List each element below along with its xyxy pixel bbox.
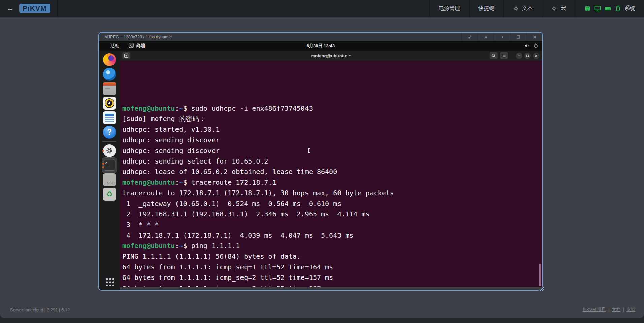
menu-text-label: 文本 [522, 5, 533, 12]
menu-text[interactable]: 文本 [503, 0, 542, 17]
ssd-disk-icon-art [103, 173, 116, 186]
terminal-line: traceroute to 172.18.7.1 (172.18.7.1), 3… [122, 188, 542, 198]
terminal-line: udhcpc: lease of 10.65.0.2 obtained, lea… [122, 167, 542, 177]
link-separator: | [623, 307, 624, 312]
focused-app-highlight [102, 157, 117, 173]
gnome-status-area[interactable] [524, 43, 538, 49]
new-tab-icon[interactable] [122, 52, 130, 59]
stream-window-header[interactable]: MJPEG – 1280x720 / 1 fps dynamic [99, 33, 542, 41]
back-arrow-icon[interactable]: ← [7, 4, 14, 12]
power-icon [533, 43, 538, 49]
terminal-tab-title: mofeng@ubuntu: ~ [311, 53, 351, 58]
libreoffice-writer-icon[interactable] [102, 111, 117, 124]
terminal-scrollbar[interactable] [539, 264, 541, 286]
terminal-output[interactable]: mofeng@ubuntu:~$ sudo udhcpc -i enx486f7… [120, 61, 542, 290]
terminal-icon-art [104, 160, 115, 171]
gnome-app-name: 终端 [136, 43, 145, 49]
terminal-header-buttons [490, 52, 539, 59]
pikvm-logo: PiKVM [19, 4, 50, 13]
keyboard-icon [604, 5, 611, 12]
dot-icon[interactable] [494, 33, 510, 41]
terminal-line: 3 * * * [122, 219, 542, 230]
kvm-video-screen[interactable]: 活动 终端 6月30日 13:43 mofeng@ubuntu: ~ [99, 41, 542, 290]
volume-icon [524, 43, 530, 49]
search-icon[interactable] [490, 52, 498, 59]
link-pikvm-project[interactable]: PiKVM 项目 [583, 307, 606, 312]
terminal-line: PING 1.1.1.1 (1.1.1.1) 56(84) bytes of d… [122, 251, 542, 262]
terminal-line: udhcpc: sending discover [122, 135, 542, 145]
nav-menu: 电源管理 快捷键 文本 宏 系统 [429, 0, 644, 17]
terminal-line: mofeng@ubuntu:~$ traceroute 172.18.7.1 [122, 177, 542, 188]
restore-icon[interactable] [524, 53, 531, 59]
menu-system[interactable]: 系统 [575, 0, 644, 17]
terminal-line: 64 bytes from 1.1.1.1: icmp_seq=1 ttl=52… [122, 262, 542, 272]
terminal-line: [sudo] mofeng 的密码： [122, 114, 542, 124]
disc-player-icon-art [103, 97, 116, 110]
menu-power-label: 电源管理 [439, 5, 460, 12]
menu-power[interactable]: 电源管理 [429, 0, 469, 17]
link-support[interactable]: 支持 [626, 307, 635, 312]
triangle-icon[interactable] [478, 33, 494, 41]
help-icon-art [103, 126, 116, 139]
terminal-line: udhcpc: started, v1.30.1 [122, 124, 542, 135]
thunderbird-icon[interactable] [102, 68, 117, 81]
expand-icon[interactable] [461, 33, 478, 41]
display-icon [594, 5, 601, 12]
footer-links: PiKVM 项目|文档|支持 [583, 306, 635, 313]
thunderbird-icon-art [103, 68, 116, 81]
link-docs[interactable]: 文档 [612, 307, 621, 312]
terminal-line: mofeng@ubuntu:~$ ping 1.1.1.1 [122, 241, 542, 251]
settings-icon[interactable] [102, 144, 117, 157]
top-navbar: ← PiKVM 电源管理 快捷键 文本 宏 系统 [0, 0, 644, 17]
ssd-disk-icon[interactable] [102, 173, 117, 186]
running-indicator-dot [102, 163, 104, 165]
server-info: Server: onecloud | 3.291 | 6.12 [10, 307, 70, 312]
firefox-icon[interactable] [102, 53, 117, 66]
minimize-icon[interactable] [516, 53, 522, 59]
terminal-line: mofeng@ubuntu:~$ sudo udhcpc -i enx486f7… [122, 103, 542, 114]
nav-left: ← PiKVM [0, 0, 58, 17]
running-indicator-dot [102, 166, 104, 168]
terminal-line: 1 _gateway (10.65.0.1) 0.524 ms 0.564 ms… [122, 199, 542, 209]
terminal-icon[interactable] [102, 159, 117, 172]
settings-icon-art [103, 144, 116, 157]
close-icon[interactable] [533, 53, 539, 59]
menu-system-label: 系统 [624, 5, 635, 12]
gnome-clock[interactable]: 6月30日 13:43 [307, 43, 335, 49]
ethernet-icon [584, 5, 591, 12]
menu-shortcuts-label: 快捷键 [478, 5, 494, 12]
help-icon[interactable] [102, 126, 117, 139]
stream-window: MJPEG – 1280x720 / 1 fps dynamic 活动 终端 6… [98, 32, 543, 291]
mouse-icon [614, 5, 621, 12]
menu-icon[interactable] [500, 52, 508, 59]
gnome-activities-button[interactable]: 活动 [110, 43, 119, 49]
firefox-icon-art [103, 53, 116, 66]
gnome-app-indicator[interactable]: 终端 [129, 43, 145, 49]
terminal-bottom-edge [120, 287, 542, 290]
menu-macro[interactable]: 宏 [542, 0, 575, 17]
gear-icon [551, 5, 557, 12]
gnome-top-bar: 活动 终端 6月30日 13:43 [99, 41, 542, 51]
terminal-header[interactable]: mofeng@ubuntu: ~ [120, 51, 542, 61]
trash-icon[interactable] [102, 188, 117, 201]
ubuntu-dock [99, 51, 120, 290]
running-indicator-dot [102, 150, 104, 152]
files-icon-art [103, 82, 116, 95]
stream-window-title: MJPEG – 1280x720 / 1 fps dynamic [99, 33, 461, 41]
terminal-line: 4 172.18.7.1 (172.18.7.1) 4.039 ms 4.047… [122, 230, 542, 241]
disc-player-icon[interactable] [102, 97, 117, 110]
terminal-line: 64 bytes from 1.1.1.1: icmp_seq=2 ttl=52… [122, 272, 542, 283]
files-icon[interactable] [102, 82, 117, 95]
terminal-line: udhcpc: sending discover [122, 146, 542, 156]
terminal-app-icon [129, 43, 134, 49]
pikvm-app: ← PiKVM 电源管理 快捷键 文本 宏 系统 [0, 0, 644, 318]
trash-icon-art [103, 188, 116, 201]
page-footer: Server: onecloud | 3.291 | 6.12 PiKVM 项目… [0, 303, 644, 318]
square-icon[interactable] [510, 33, 526, 41]
gear-icon [513, 5, 519, 12]
terminal-line: udhcpc: sending select for 10.65.0.2 [122, 156, 542, 167]
link-separator: | [608, 307, 609, 312]
menu-shortcuts[interactable]: 快捷键 [469, 0, 503, 17]
show-applications-icon[interactable] [105, 277, 114, 286]
close-icon[interactable] [526, 33, 542, 41]
